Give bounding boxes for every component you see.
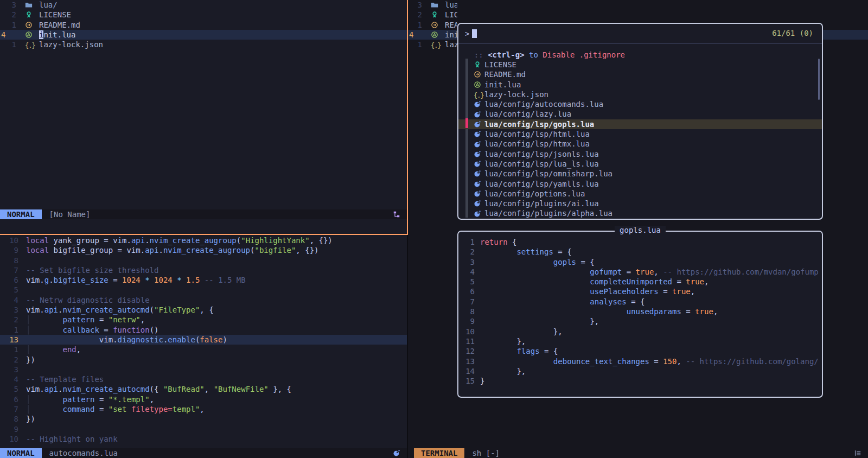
line-number: 1	[408, 40, 422, 49]
file-row[interactable]: 3lua/	[408, 0, 457, 10]
picker-item[interactable]: init.lua	[458, 80, 822, 90]
picker-item[interactable]: lua/config/lsp/html.lua	[458, 129, 822, 139]
picker-item-path: README.md	[484, 69, 526, 79]
picker-item[interactable]: lua/config/options.lua	[458, 189, 822, 199]
code-token: pattern	[62, 315, 94, 324]
picker-item[interactable]: lua/config/plugins/alpha.lua	[458, 208, 822, 218]
code-line[interactable]: 10-- Highlight on yank	[0, 434, 407, 444]
code-line[interactable]: 1│ end,	[0, 345, 407, 354]
code-line[interactable]: 7-- Set bigfile size threshold	[0, 265, 407, 275]
code-line[interactable]: 4-- Template files	[0, 374, 407, 384]
file-row[interactable]: 4init.lua	[0, 30, 407, 40]
code-token: nvim_create_augroup	[163, 246, 250, 255]
code-line[interactable]: 9	[0, 424, 407, 434]
window-separator-vertical-bottom[interactable]	[407, 235, 408, 458]
code-line[interactable]: 8})	[0, 414, 407, 424]
code-line[interactable]: 10local yank_group = vim.api.nvim_create…	[0, 236, 407, 245]
lua-icon	[474, 180, 481, 188]
code-token: api	[131, 236, 145, 245]
line-number: 13	[0, 335, 18, 345]
picker-item[interactable]: lua/config/autocomands.lua	[458, 99, 822, 109]
code-token	[480, 247, 516, 256]
picker-item[interactable]: {.}lazy-lock.json	[458, 90, 822, 99]
code-line[interactable]: 3	[0, 365, 407, 374]
picker-item[interactable]: lua/config/lsp/omnisharp.lua	[458, 169, 822, 179]
code-token: ,	[205, 385, 214, 393]
code-line[interactable]: 8	[0, 256, 407, 265]
code-line[interactable]: 6vim.g.bigfile_size = 1024 * 1024 * 1.5 …	[0, 275, 407, 285]
lua-alt-icon	[25, 31, 33, 39]
preview-code-line: 14 },	[458, 366, 822, 376]
file-name: lazy-lock.json	[445, 40, 457, 49]
code-token: ::	[465, 50, 488, 59]
picker-item[interactable]: README.md	[458, 69, 822, 79]
code-token: },	[480, 317, 599, 326]
code-token: *	[177, 276, 181, 284]
code-line[interactable]: 2})	[0, 355, 407, 365]
file-row[interactable]: 4init.lua	[408, 30, 457, 40]
file-row[interactable]: 3lua/	[0, 0, 407, 10]
code-token: true	[686, 277, 704, 286]
picker-item[interactable]: lua/config/lsp/htmx.lua	[458, 139, 822, 149]
code-line[interactable]: 13 vim.diagnostic.enable(false)	[0, 335, 407, 345]
preview-code-line: 7 analyses = {	[458, 297, 822, 307]
lua-icon	[474, 210, 481, 218]
code-line[interactable]: 4-- Netrw diagnostic disable	[0, 295, 407, 305]
block-cursor: i	[39, 30, 43, 39]
preview-window: gopls.lua 1return {2 settings = {3 gopls…	[457, 231, 823, 398]
lua-icon	[474, 160, 481, 168]
preview-code-line: 4 gofumpt = true, -- https://github.com/…	[458, 267, 822, 277]
line-number: 2	[0, 355, 18, 365]
code-line[interactable]: 5vim.api.nvim_create_autocmd({ "BufRead"…	[0, 384, 407, 394]
picker-results-list[interactable]: LICENSEREADME.mdinit.lua{.}lazy-lock.jso…	[458, 60, 822, 219]
picker-item-path: lua/config/autocomands.lua	[484, 99, 603, 109]
window-separator-horizontal[interactable]	[0, 234, 408, 235]
preview-code-line: 2 settings = {	[458, 247, 822, 257]
line-number: 6	[0, 275, 18, 285]
file-explorer-pane-mirror[interactable]: 3lua/2LICENSE1README.md4init.lua1{.}lazy…	[408, 0, 457, 49]
code-line[interactable]: 5	[0, 285, 407, 295]
code-token: })	[26, 415, 35, 423]
code-line[interactable]: 1│ callback = function()	[0, 325, 407, 335]
file-row[interactable]: 2LICENSE	[0, 10, 407, 20]
code-line[interactable]: 6│ pattern = "*.templ",	[0, 395, 407, 404]
file-row[interactable]: 2LICENSE	[408, 10, 457, 20]
picker-item[interactable]: LICENSE	[458, 60, 822, 69]
picker-item[interactable]: lua/config/lsp/lua_ls.lua	[458, 159, 822, 169]
picker-item[interactable]: lua/config/lsp/jsonls.lua	[458, 149, 822, 159]
picker-item[interactable]: lua/config/plugins/ai.lua	[458, 199, 822, 208]
lua-icon	[393, 449, 400, 457]
picker-item[interactable]: lua/config/lsp/yamlls.lua	[458, 179, 822, 189]
file-explorer-pane[interactable]: 3lua/2LICENSE1README.md4init.lua1{.}lazy…	[0, 0, 407, 49]
line-number: 1	[0, 325, 18, 335]
code-token: =	[681, 307, 695, 316]
code-token	[30, 405, 62, 414]
code-line[interactable]: 2│ pattern = "netrw",	[0, 315, 407, 325]
picker-item[interactable]: lua/config/lazy.lua	[458, 109, 822, 119]
code-token: templ"	[173, 405, 200, 414]
code-token: local	[26, 246, 49, 255]
file-row[interactable]: 1README.md	[0, 20, 407, 30]
preview-code-line: 10 },	[458, 327, 822, 336]
line-number: 11	[458, 336, 475, 346]
picker-prompt[interactable]: >	[458, 28, 822, 39]
lua-alt-icon	[431, 31, 438, 39]
file-row[interactable]: 1{.}lazy-lock.json	[0, 40, 407, 49]
line-number: 10	[0, 434, 18, 444]
code-line[interactable]: 7│ command = "set filetype=templ",	[0, 404, 407, 414]
statusline-shell: sh [-]	[472, 449, 500, 457]
line-number: 4	[408, 30, 422, 40]
file-row[interactable]: 1README.md	[408, 20, 457, 30]
code-token: ,	[713, 307, 718, 316]
window-separator-vertical[interactable]	[407, 0, 408, 235]
code-token: local	[26, 236, 49, 245]
picker-scrollbar[interactable]	[818, 59, 820, 100]
code-line[interactable]: 9local bigfile_group = vim.api.nvim_crea…	[0, 245, 407, 255]
statusline-terminal: TERMINAL sh [-]	[408, 448, 868, 458]
code-token	[30, 315, 62, 324]
code-line[interactable]: 3vim.api.nvim_create_autocmd("FileType",…	[0, 305, 407, 315]
text-cursor	[472, 29, 477, 38]
picker-item[interactable]: lua/config/lsp/gopls.lua	[458, 119, 822, 129]
code-editor-pane[interactable]: 10local yank_group = vim.api.nvim_create…	[0, 236, 407, 447]
file-row[interactable]: 1{.}lazy-lock.json	[408, 40, 457, 49]
